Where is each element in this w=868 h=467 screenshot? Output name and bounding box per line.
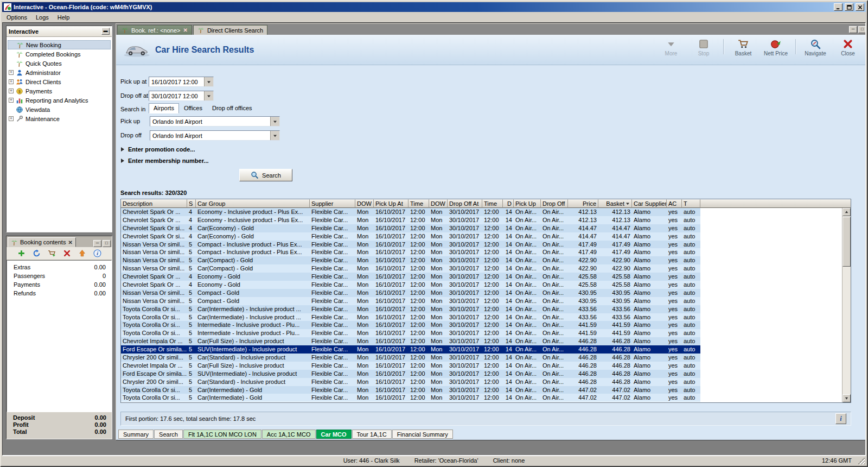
- refresh-icon[interactable]: [33, 249, 41, 257]
- column-header-pick-up-at-5[interactable]: Pick Up At: [374, 199, 409, 208]
- basket-add-icon[interactable]: [48, 249, 56, 257]
- dropdown-button[interactable]: [204, 91, 213, 100]
- sidebar-item-reporting-and-analytics[interactable]: +Reporting and Analytics: [8, 96, 111, 105]
- search-in-tab-drop-off-offices[interactable]: Drop off offices: [207, 103, 257, 113]
- table-row[interactable]: Chevrolet Spark Or ...4Economy - Inclusi…: [121, 216, 700, 224]
- expand-icon[interactable]: +: [9, 89, 14, 93]
- table-row[interactable]: Toyota Corolla Or si...5Car(Intermediate…: [121, 305, 700, 313]
- search-in-tab-airports[interactable]: Airports: [149, 103, 179, 113]
- vertical-scrollbar[interactable]: [842, 208, 851, 402]
- child-maximize-button[interactable]: □: [858, 26, 866, 33]
- close-panel-icon[interactable]: ✕: [68, 239, 72, 245]
- column-header-car-supplier-15[interactable]: Car Supplier: [632, 199, 667, 208]
- more-button[interactable]: More: [657, 37, 685, 56]
- column-header-drop-off-at-8[interactable]: Drop Off At: [448, 199, 482, 208]
- sidebar-item-completed-bookings[interactable]: Completed Bookings: [8, 49, 111, 59]
- doc-tab-direct-clients-search[interactable]: Direct Clients Search: [193, 25, 267, 35]
- table-row[interactable]: Ford Escape Or simila...5SUV(Intermediat…: [121, 345, 700, 354]
- membership-number-expander[interactable]: Enter membership number...: [120, 157, 209, 164]
- menu-options[interactable]: Options: [2, 13, 31, 22]
- bottom-tab-summary[interactable]: Summary: [118, 430, 154, 439]
- table-row[interactable]: Toyota Corolla Or si...5Intermediate - I…: [121, 329, 700, 337]
- close-button[interactable]: Close: [834, 37, 862, 56]
- info-icon[interactable]: i: [93, 249, 101, 257]
- column-header-supplier-3[interactable]: Supplier: [310, 199, 355, 208]
- menu-logs[interactable]: Logs: [31, 13, 53, 22]
- table-row[interactable]: Chrysler 200 Or simil...5Car(Standard) -…: [121, 378, 700, 386]
- sidebar-item-quick-quotes[interactable]: Quick Quotes: [8, 59, 111, 68]
- table-row[interactable]: Nissan Versa Or simil...5Car(Compact) - …: [121, 264, 700, 273]
- search-button[interactable]: Search: [239, 169, 292, 181]
- child-minimize-button[interactable]: ─: [849, 26, 857, 33]
- column-header-time-9[interactable]: Time: [482, 199, 503, 208]
- table-row[interactable]: Toyota Corolla Or si...5Car(Intermediate…: [121, 386, 700, 394]
- booking-contents-tab[interactable]: Booking contents ✕: [8, 237, 76, 247]
- sidebar-item-viewdata[interactable]: Viewdata: [8, 105, 111, 114]
- dropoff-at-combo[interactable]: 30/10/2017 12:00: [149, 91, 214, 101]
- column-header-time-6[interactable]: Time: [409, 199, 429, 208]
- expand-icon[interactable]: +: [9, 79, 14, 84]
- scroll-down-button[interactable]: [843, 394, 851, 402]
- sidebar-item-maintenance[interactable]: +Maintenance: [8, 114, 111, 123]
- bottom-tab-search[interactable]: Search: [154, 430, 183, 439]
- menu-help[interactable]: Help: [53, 13, 74, 22]
- stop-button[interactable]: Stop: [690, 37, 718, 56]
- basket-button[interactable]: Basket: [729, 37, 757, 56]
- info-button[interactable]: i: [835, 413, 846, 424]
- table-row[interactable]: Nissan Versa Or simil...5Compact - GoldF…: [121, 297, 700, 305]
- table-row[interactable]: Chevrolet Spark Or si...4Car(Economy) - …: [121, 224, 700, 232]
- column-header-drop-off-12[interactable]: Drop Off: [541, 199, 568, 208]
- dropoff-location-combo[interactable]: Orlando Intl Airport: [150, 130, 280, 141]
- table-row[interactable]: Chevrolet Spark Or ...4Economy - GoldFle…: [121, 273, 700, 281]
- column-header-basket-14[interactable]: Basket: [598, 199, 632, 208]
- column-header-ac-16[interactable]: AC: [667, 199, 682, 208]
- maximize-button[interactable]: [845, 3, 853, 11]
- bottom-tab-car-mco[interactable]: Car MCO: [316, 430, 352, 439]
- scrollbar-thumb[interactable]: [843, 217, 851, 267]
- table-row[interactable]: Chevrolet Spark Or ...4Economy - GoldFle…: [121, 281, 700, 289]
- dropdown-button[interactable]: [204, 77, 213, 86]
- column-header-price-13[interactable]: Price: [568, 199, 598, 208]
- column-header-pick-up-11[interactable]: Pick Up: [514, 199, 541, 208]
- move-up-icon[interactable]: [78, 249, 86, 257]
- table-row[interactable]: Chevrolet Impala Or ...5Car(Full Size) -…: [121, 362, 700, 370]
- dropdown-button[interactable]: [270, 131, 279, 140]
- expand-icon[interactable]: +: [9, 70, 14, 75]
- expand-icon[interactable]: +: [9, 98, 14, 103]
- delete-icon[interactable]: [63, 249, 71, 257]
- table-row[interactable]: Nissan Versa Or simil...5Compact - GoldF…: [121, 289, 700, 297]
- resize-grip[interactable]: [858, 457, 865, 464]
- dropdown-button[interactable]: [270, 117, 279, 126]
- table-row[interactable]: Ford Escape Or simila...5SUV(Intermediat…: [121, 370, 700, 378]
- scroll-up-button[interactable]: [843, 208, 851, 216]
- table-row[interactable]: Toyota Corolla Or si...5Car(Intermediate…: [121, 313, 700, 321]
- column-header-t-17[interactable]: T: [682, 199, 700, 208]
- table-row[interactable]: Chrysler 200 Or simil...5Car(Standard) -…: [121, 354, 700, 362]
- nett-price-button[interactable]: Nett Price: [762, 37, 790, 56]
- add-icon[interactable]: [17, 249, 25, 257]
- column-header-dow-4[interactable]: DOW: [355, 199, 374, 208]
- column-header-s-1[interactable]: S: [187, 199, 196, 208]
- column-header-d-10[interactable]: D: [503, 199, 514, 208]
- sidebar-item-payments[interactable]: +$Payments: [8, 86, 111, 96]
- table-row[interactable]: Nissan Versa Or simil...5Car(Compact) - …: [121, 256, 700, 264]
- pickup-at-combo[interactable]: 16/10/2017 12:00: [149, 77, 214, 87]
- table-row[interactable]: Toyota Corolla Or si...5Car(Intermediate…: [121, 394, 700, 402]
- table-row[interactable]: Chevrolet Spark Or ...4Economy - Inclusi…: [121, 208, 700, 216]
- table-row[interactable]: Nissan Versa Or simil...5Compact - Inclu…: [121, 248, 700, 256]
- pickup-location-combo[interactable]: Orlando Intl Airport: [150, 116, 280, 127]
- close-tab-icon[interactable]: ✕: [183, 27, 188, 33]
- navigate-button[interactable]: Navigate: [801, 37, 829, 56]
- sidebar-item-direct-clients[interactable]: +Direct Clients: [8, 77, 111, 86]
- table-row[interactable]: Nissan Versa Or simil...5Compact - Inclu…: [121, 241, 700, 249]
- minimize-button[interactable]: [834, 3, 843, 11]
- table-row[interactable]: Toyota Corolla Or si...5Intermediate - I…: [121, 321, 700, 329]
- search-in-tab-offices[interactable]: Offices: [179, 103, 207, 113]
- sidebar-item-new-booking[interactable]: New Booking: [8, 40, 111, 49]
- column-header-car-group-2[interactable]: Car Group: [196, 199, 310, 208]
- table-row[interactable]: Chevrolet Impala Or ...5Car(Full Size) -…: [121, 337, 700, 345]
- doc-tab-book-ref-none[interactable]: Book. ref.: <none>✕: [117, 25, 192, 35]
- bottom-tab-acc-1a-1c-mco[interactable]: Acc 1A,1C MCO: [262, 430, 316, 439]
- bottom-tab-flt-1a-1c-lon-mco-lon[interactable]: Flt 1A,1C LON MCO LON: [183, 430, 261, 439]
- bottom-tab-financial-summary[interactable]: Financial Summary: [392, 430, 453, 439]
